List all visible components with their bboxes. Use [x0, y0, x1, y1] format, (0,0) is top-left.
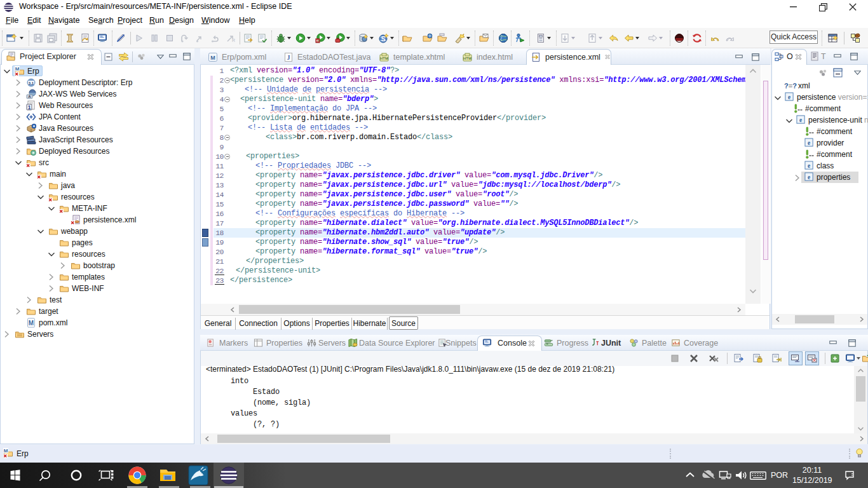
svg-text:M: M — [210, 54, 215, 60]
svg-text:3.1: 3.1 — [29, 81, 34, 85]
svg-text:M: M — [4, 448, 8, 454]
svg-text:R: R — [232, 38, 235, 43]
svg-text:J: J — [287, 54, 290, 61]
svg-text:M: M — [29, 320, 34, 327]
svg-text:HTM: HTM — [380, 56, 388, 60]
svg-text:M: M — [15, 66, 20, 72]
svg-text:1: 1 — [28, 104, 31, 111]
svg-text:?=?: ?=? — [784, 82, 797, 90]
svg-text:HTM: HTM — [463, 56, 471, 60]
svg-text:S: S — [381, 36, 386, 43]
svg-text:A: A — [29, 95, 31, 98]
